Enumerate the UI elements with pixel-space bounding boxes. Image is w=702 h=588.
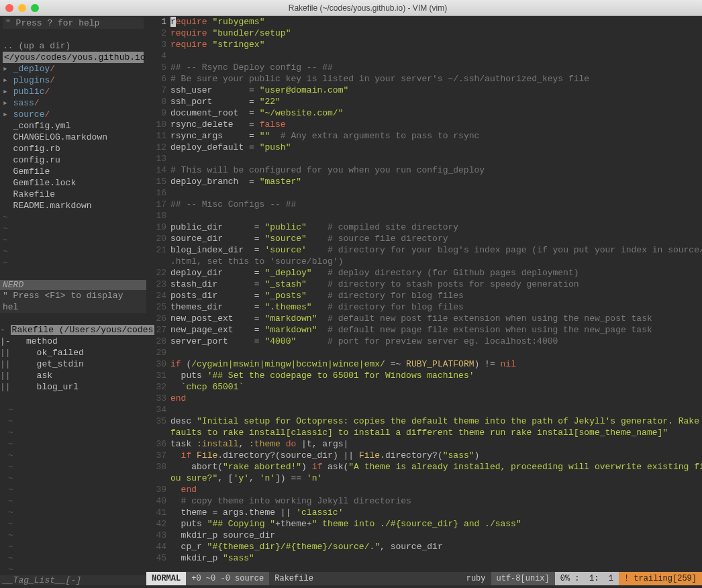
taglist-current[interactable]: Rakefile (/Users/yous/codes [11, 325, 155, 335]
tilde-line: ~ [0, 495, 146, 507]
tilde-line: ~ [3, 211, 144, 223]
nerdtree-panel[interactable]: " Press ? for help .. (up a dir) </yous/… [0, 16, 146, 280]
minimize-icon[interactable] [18, 4, 26, 12]
window-title: Rakefile (~/codes/yous.github.io) - VIM … [39, 3, 697, 13]
left-pane: " Press ? for help .. (up a dir) </yous/… [0, 16, 146, 585]
taglist-help: " Press <F1> to display hel [0, 290, 146, 313]
taglist-method[interactable]: || blog_url [0, 381, 146, 393]
taglist-method-label: |- method [0, 336, 146, 347]
tilde-line: ~ [0, 450, 146, 461]
traffic-lights [5, 4, 39, 12]
tilde-line: ~ [0, 507, 146, 518]
tilde-line: ~ [0, 438, 146, 450]
nerdtree-dir[interactable]: ▸ public/ [3, 86, 144, 97]
tilde-line: ~ [0, 564, 146, 575]
tilde-line: ~ [3, 246, 144, 257]
taglist-status: __Tag_List__[-] [0, 575, 146, 585]
status-encoding: utf-8[unix] [491, 572, 555, 585]
nerdtree-file[interactable]: Gemfile [3, 166, 144, 177]
tilde-line: ~ [0, 427, 146, 438]
tilde-line: ~ [3, 234, 144, 246]
nerdtree-status: NERD [0, 280, 146, 290]
line-gutter: 123456789101112131415161718192021 222324… [146, 16, 170, 572]
status-trailing: ! trailing[259] [619, 572, 702, 585]
tilde-line: ~ [0, 541, 146, 552]
nerdtree-file[interactable]: config.ru [3, 154, 144, 166]
taglist-method[interactable]: || get_stdin [0, 358, 146, 370]
tilde-line: ~ [3, 223, 144, 234]
nerdtree-file[interactable]: _config.yml [3, 120, 144, 132]
nerdtree-file[interactable]: README.markdown [3, 200, 144, 211]
nerdtree-dir[interactable]: ▸ plugins/ [3, 75, 144, 86]
code-area[interactable]: 123456789101112131415161718192021 222324… [146, 16, 702, 572]
zoom-icon[interactable] [31, 4, 39, 12]
taglist-method[interactable]: || ok_failed [0, 347, 146, 358]
editor-area: " Press ? for help .. (up a dir) </yous/… [0, 16, 702, 585]
statusbar: NORMAL +0 ~0 -0 source Rakefile ruby utf… [146, 572, 702, 585]
status-git-flags: +0 ~0 -0 source [186, 572, 269, 585]
code-pane: 123456789101112131415161718192021 222324… [146, 16, 702, 585]
code-content[interactable]: require "rubygems"require "bundler/setup… [170, 16, 702, 572]
status-file: Rakefile [269, 572, 319, 585]
window-titlebar: Rakefile (~/codes/yous.github.io) - VIM … [0, 0, 702, 16]
status-position: 0% : 1: 1 [555, 572, 619, 585]
taglist-method[interactable]: || ask [0, 370, 146, 381]
nerdtree-root-path[interactable]: </yous/codes/yous.github.io/ [3, 52, 144, 63]
status-mode: NORMAL [146, 572, 186, 585]
nerdtree-file[interactable]: Gemfile.lock [3, 177, 144, 189]
tilde-line: ~ [0, 461, 146, 473]
tilde-line: ~ [0, 552, 146, 564]
nerdtree-help: " Press ? for help [3, 17, 144, 29]
tilde-line: ~ [0, 530, 146, 541]
nerdtree-file[interactable]: CHANGELOG.markdown [3, 132, 144, 143]
tilde-line: ~ [3, 257, 144, 268]
nerdtree-updir[interactable]: .. (up a dir) [3, 40, 144, 52]
tilde-line: ~ [0, 518, 146, 530]
nerdtree-file[interactable]: config.rb [3, 143, 144, 154]
status-filetype: ruby [461, 572, 491, 585]
nerdtree-dir[interactable]: ▸ source/ [3, 109, 144, 120]
tilde-line: ~ [0, 415, 146, 427]
tilde-line: ~ [0, 484, 146, 495]
nerdtree-dir[interactable]: ▸ _deploy/ [3, 63, 144, 75]
tilde-line: ~ [0, 473, 146, 484]
close-icon[interactable] [5, 4, 13, 12]
tilde-line: ~ [0, 404, 146, 415]
taglist-panel[interactable]: " Press <F1> to display hel - Rakefile (… [0, 290, 146, 575]
nerdtree-file[interactable]: Rakefile [3, 189, 144, 200]
nerdtree-dir[interactable]: ▸ sass/ [3, 97, 144, 109]
